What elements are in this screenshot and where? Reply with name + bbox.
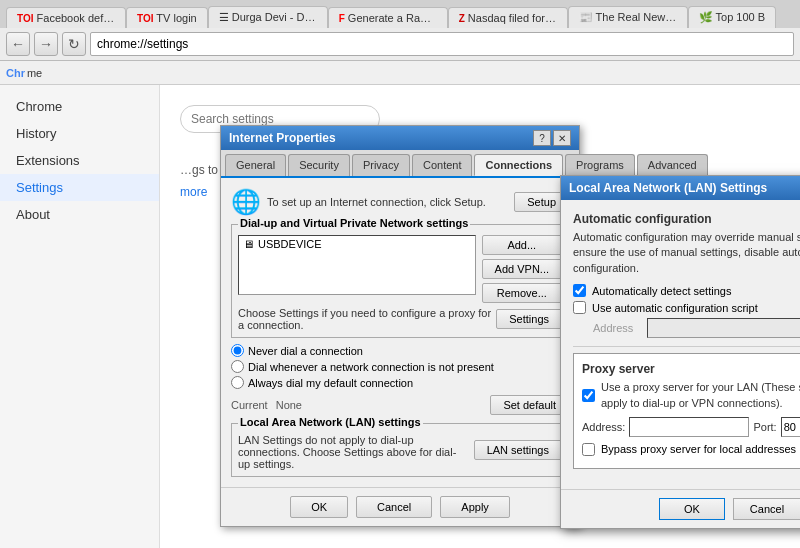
ie-apply-button[interactable]: Apply (440, 496, 510, 518)
tab-nasdaq[interactable]: Z Nasdaq filed for $42r... (448, 7, 568, 28)
proxy-port-label: Port: (753, 421, 776, 433)
bypass-label: Bypass proxy server for local addresses (601, 443, 796, 455)
auto-detect-checkbox[interactable]: Automatically detect settings (573, 284, 800, 297)
ie-titlebar-controls: ? ✕ (533, 130, 571, 146)
lan-titlebar: Local Area Network (LAN) Settings ✕ (561, 176, 800, 200)
proxy-address-row: Address: Port: Advanced (582, 417, 800, 437)
address-input[interactable] (647, 318, 800, 338)
dialog-overlay: Internet Properties ? ✕ General Security… (160, 85, 800, 548)
auto-config-script-checkbox[interactable]: Use automatic configuration script (573, 301, 800, 314)
dialup-listbox[interactable]: 🖥 USBDEVICE (238, 235, 476, 295)
dialup-list-area: 🖥 USBDEVICE (238, 235, 476, 303)
tab-programs[interactable]: Programs (565, 154, 635, 176)
ie-titlebar: Internet Properties ? ✕ (221, 126, 579, 150)
ie-dialog-title: Internet Properties (229, 131, 336, 145)
sidebar-item-settings[interactable]: Settings (0, 174, 159, 201)
proxy-server-title: Proxy server (582, 362, 800, 376)
setup-text: To set up an Internet connection, click … (267, 196, 514, 208)
internet-properties-dialog[interactable]: Internet Properties ? ✕ General Security… (220, 125, 580, 527)
tab-general[interactable]: General (225, 154, 286, 176)
chrome-main: …gs to connect to the network. more Inte… (160, 85, 800, 548)
dialup-group: Dial-up and Virtual Private Network sett… (231, 224, 569, 338)
ie-close-button[interactable]: ✕ (553, 130, 571, 146)
setup-row: 🌐 To set up an Internet connection, clic… (231, 188, 569, 216)
tab-security[interactable]: Security (288, 154, 350, 176)
tab-connections[interactable]: Connections (474, 154, 563, 176)
sidebar-item-extensions[interactable]: Extensions (0, 147, 159, 174)
radio-never[interactable]: Never dial a connection (231, 344, 569, 357)
ie-ok-button[interactable]: OK (290, 496, 348, 518)
ie-dialog-content: 🌐 To set up an Internet connection, clic… (221, 178, 579, 487)
auto-config-section: Automatic configuration Automatic config… (573, 212, 800, 338)
bookmark-chrome[interactable]: Chrme (6, 67, 42, 79)
address-label: Address (593, 322, 643, 334)
browser-tabs: TOI Facebook defends m... TOI TV login ☰… (0, 0, 800, 28)
proxy-address-label: Address: (582, 421, 625, 433)
remove-button[interactable]: Remove... (482, 283, 562, 303)
ie-help-button[interactable]: ? (533, 130, 551, 146)
ie-cancel-button[interactable]: Cancel (356, 496, 432, 518)
lan-settings-button[interactable]: LAN settings (474, 440, 562, 460)
tab-advanced[interactable]: Advanced (637, 154, 708, 176)
address-row: Address (593, 318, 800, 338)
auto-config-script-label: Use automatic configuration script (592, 302, 758, 314)
auto-config-title: Automatic configuration (573, 212, 800, 226)
ie-dialog-buttons: OK Cancel Apply (221, 487, 579, 526)
radio-group: Never dial a connection Dial whenever a … (231, 344, 569, 389)
lan-settings-group: Local Area Network (LAN) settings LAN Se… (231, 423, 569, 477)
radio-whenever[interactable]: Dial whenever a network connection is no… (231, 360, 569, 373)
lan-ok-button[interactable]: OK (659, 498, 725, 520)
tab-content[interactable]: Content (412, 154, 473, 176)
add-vpn-button[interactable]: Add VPN... (482, 259, 562, 279)
settings-button[interactable]: Settings (496, 309, 562, 329)
tab-random[interactable]: F Generate a Random N... (328, 7, 448, 28)
lan-section-title: Local Area Network (LAN) settings (238, 416, 423, 428)
bookmarks-bar: Chrme (0, 61, 800, 85)
proxy-use-checkbox[interactable]: Use a proxy server for your LAN (These s… (582, 380, 800, 411)
lan-cancel-button[interactable]: Cancel (733, 498, 800, 520)
lan-description: LAN Settings do not apply to dial-up con… (238, 434, 466, 470)
url-bar[interactable] (90, 32, 794, 56)
proxy-address-input[interactable] (629, 417, 749, 437)
tab-tv[interactable]: TOI TV login (126, 7, 208, 28)
sidebar-item-history[interactable]: History (0, 120, 159, 147)
set-default-button[interactable]: Set default (490, 395, 569, 415)
choose-settings-text: Choose Settings if you need to configure… (238, 307, 496, 331)
chrome-sidebar: Chrome History Extensions Settings About (0, 85, 160, 548)
dialup-title: Dial-up and Virtual Private Network sett… (238, 217, 470, 229)
radio-always[interactable]: Always dial my default connection (231, 376, 569, 389)
proxy-checkbox-label: Use a proxy server for your LAN (These s… (601, 380, 800, 411)
current-value: None (276, 399, 302, 411)
bypass-checkbox[interactable]: Bypass proxy server for local addresses (582, 443, 800, 456)
back-button[interactable]: ← (6, 32, 30, 56)
more-link[interactable]: more (180, 185, 207, 199)
sidebar-item-chrome[interactable]: Chrome (0, 93, 159, 120)
lan-settings-dialog[interactable]: Local Area Network (LAN) Settings ✕ Auto… (560, 175, 800, 529)
forward-button[interactable]: → (34, 32, 58, 56)
lan-dialog-buttons: OK Cancel (561, 489, 800, 528)
refresh-button[interactable]: ↻ (62, 32, 86, 56)
lan-dialog-content: Automatic configuration Automatic config… (561, 200, 800, 489)
tab-durga[interactable]: ☰ Durga Devi - Devotio... (208, 6, 328, 28)
browser-toolbar: ← → ↻ (0, 28, 800, 61)
lan-dialog-title: Local Area Network (LAN) Settings (569, 181, 767, 195)
divider (573, 346, 800, 347)
chrome-body: Chrome History Extensions Settings About… (0, 85, 800, 548)
auto-detect-label: Automatically detect settings (592, 285, 731, 297)
tab-top100[interactable]: 🌿 Top 100 B (688, 6, 776, 28)
tab-privacy[interactable]: Privacy (352, 154, 410, 176)
proxy-port-input[interactable] (781, 417, 800, 437)
sidebar-item-about[interactable]: About (0, 201, 159, 228)
settings-row: Choose Settings if you need to configure… (238, 307, 562, 331)
current-row: Current None Set default (231, 395, 569, 415)
dialup-buttons: Add... Add VPN... Remove... (482, 235, 562, 303)
usb-icon: 🖥 (243, 238, 254, 250)
tab-realnews[interactable]: 📰 The Real News Netw... (568, 6, 688, 28)
current-label: Current (231, 399, 268, 411)
add-button[interactable]: Add... (482, 235, 562, 255)
proxy-server-section: Proxy server Use a proxy server for your… (573, 353, 800, 469)
auto-config-desc: Automatic configuration may override man… (573, 230, 800, 276)
listbox-item-usb: 🖥 USBDEVICE (239, 236, 475, 252)
tab-facebook[interactable]: TOI Facebook defends m... (6, 7, 126, 28)
ie-dialog-tabs: General Security Privacy Content Connect… (221, 150, 579, 178)
